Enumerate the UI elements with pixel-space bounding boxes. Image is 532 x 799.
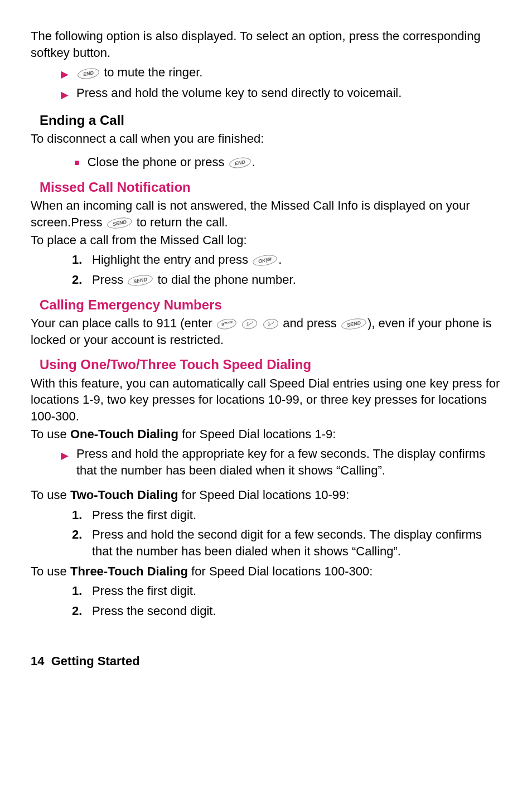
send-key-icon: SEND — [127, 273, 153, 288]
emergency-paragraph: Your can place calls to 911 (enter 9ᵂˣʸᶻ… — [31, 315, 501, 348]
one-touch-line: To use One-Touch Dialing for Speed Dial … — [31, 426, 501, 443]
step-number-1: 1. — [72, 251, 88, 268]
heading-emergency: Calling Emergency Numbers — [40, 296, 501, 314]
ok-key-icon: OK|✉ — [252, 254, 278, 268]
send-key-icon: SEND — [341, 317, 367, 331]
step-number-2: 2. — [72, 603, 88, 619]
page-footer: 14 Getting Started — [31, 653, 501, 670]
three-touch-bold: Three-Touch Dialing — [70, 564, 188, 578]
heading-speed-dial: Using One/Two/Three Touch Speed Dialing — [40, 356, 501, 374]
one-touch-pre: To use — [31, 427, 70, 441]
three-touch-step-2: 2. Press the second digit. — [72, 603, 501, 619]
step-number-2: 2. — [72, 272, 88, 288]
page-number: 14 — [31, 654, 44, 668]
two-touch-line: To use Two-Touch Dialing for Speed Dial … — [31, 487, 501, 503]
missed-step1-content: Highlight the entry and press OK|✉. — [92, 251, 501, 268]
missed-step-1: 1. Highlight the entry and press OK|✉. — [72, 251, 501, 268]
section-name: Getting Started — [51, 654, 140, 668]
missed-step1-pre: Highlight the entry and press — [92, 253, 252, 267]
one-key-icon: 1.-' — [241, 318, 258, 330]
missed-p1-pre: When an incoming call is not answered, t… — [31, 198, 470, 229]
missed-step1-post: . — [278, 253, 282, 267]
nine-key-icon: 9ᵂˣʸᶻ — [216, 317, 238, 331]
three-touch-pre: To use — [31, 564, 70, 578]
bullet-close-phone: ■ Close the phone or press END. — [74, 154, 501, 171]
heading-ending-call: Ending a Call — [40, 112, 501, 129]
two-touch-bold: Two-Touch Dialing — [70, 488, 178, 502]
two-touch-post: for Speed Dial locations 10-99: — [178, 488, 349, 502]
two-touch-step-2: 2. Press and hold the second digit for a… — [72, 526, 501, 559]
intro-paragraph: The following option is also displayed. … — [31, 28, 501, 61]
emergency-pre: Your can place calls to 911 (enter — [31, 316, 216, 330]
three-touch-step1-text: Press the first digit. — [92, 583, 501, 599]
three-touch-line: To use Three-Touch Dialing for Speed Dia… — [31, 563, 501, 580]
three-touch-step-1: 1. Press the first digit. — [72, 583, 501, 599]
mute-text: to mute the ringer. — [100, 65, 202, 79]
bullet-mute-ringer: ▶ END to mute the ringer. — [61, 64, 501, 81]
one-touch-post: for Speed Dial locations 1-9: — [178, 427, 336, 441]
one-touch-bold: One-Touch Dialing — [70, 427, 178, 441]
end-key-icon: END — [228, 156, 252, 170]
arrow-icon: ▶ — [61, 88, 69, 101]
one-touch-bullet-text: Press and hold the appropriate key for a… — [76, 445, 501, 478]
bullet-voicemail: ▶ Press and hold the volume key to send … — [61, 85, 501, 101]
missed-step2-pre: Press — [92, 273, 127, 287]
missed-call-p2: To place a call from the Missed Call log… — [31, 232, 501, 249]
close-phone-post: . — [252, 155, 255, 169]
two-touch-step1-text: Press the first digit. — [92, 507, 501, 524]
emergency-mid: and press — [279, 316, 340, 330]
step-number-1: 1. — [72, 507, 88, 524]
step-number-1: 1. — [72, 583, 88, 599]
missed-step2-post: to dial the phone number. — [154, 273, 296, 287]
missed-call-p1: When an incoming call is not answered, t… — [31, 197, 501, 230]
square-icon: ■ — [74, 157, 80, 169]
three-touch-step2-text: Press the second digit. — [92, 603, 501, 619]
close-phone-pre: Close the phone or press — [88, 155, 228, 169]
two-touch-step2-text: Press and hold the second digit for a fe… — [92, 526, 501, 559]
heading-missed-call: Missed Call Notification — [40, 178, 501, 196]
speed-dial-intro: With this feature, you can automatically… — [31, 375, 501, 425]
ending-call-intro: To disconnect a call when you are finish… — [31, 130, 501, 147]
send-key-icon: SEND — [106, 216, 132, 230]
bullet-mute-content: END to mute the ringer. — [76, 64, 501, 81]
missed-step-2: 2. Press SEND to dial the phone number. — [72, 272, 501, 288]
missed-step2-content: Press SEND to dial the phone number. — [92, 272, 501, 288]
arrow-icon: ▶ — [61, 449, 69, 462]
one-touch-bullet: ▶ Press and hold the appropriate key for… — [61, 445, 501, 478]
three-touch-post: for Speed Dial locations 100-300: — [188, 564, 373, 578]
step-number-2: 2. — [72, 526, 88, 543]
end-key-icon: END — [77, 66, 100, 80]
voicemail-text: Press and hold the volume key to send di… — [76, 85, 501, 101]
missed-p1-post: to return the call. — [133, 215, 228, 229]
two-touch-step-1: 1. Press the first digit. — [72, 507, 501, 524]
arrow-icon: ▶ — [61, 67, 69, 81]
one-key-icon: 1.-' — [262, 318, 279, 330]
close-phone-content: Close the phone or press END. — [88, 154, 501, 171]
two-touch-pre: To use — [31, 488, 70, 502]
